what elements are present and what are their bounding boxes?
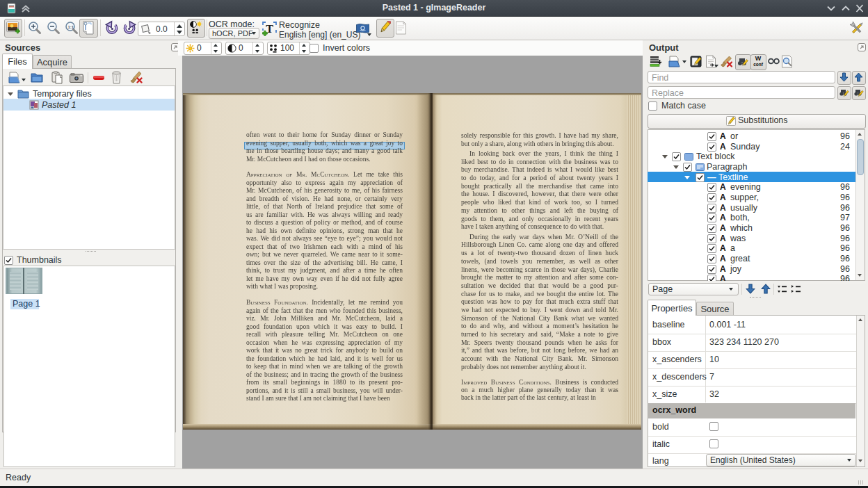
svg-text:1:1: 1:1 <box>68 25 74 29</box>
